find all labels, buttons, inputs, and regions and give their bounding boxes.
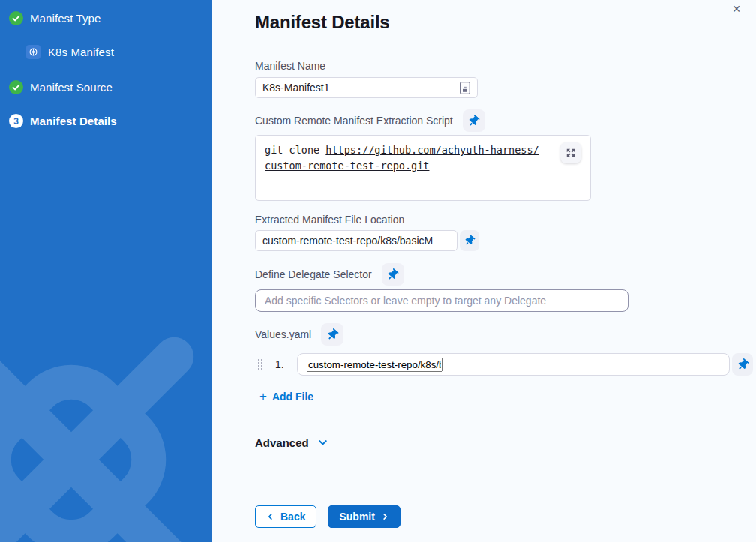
submit-button-label: Submit xyxy=(339,511,374,523)
chevron-right-icon xyxy=(381,512,389,521)
plus-icon: + xyxy=(260,391,267,402)
harness-logo-watermark xyxy=(0,336,195,542)
manifest-name-field xyxy=(255,77,478,98)
sidebar-step-manifest-type[interactable]: Manifest Type xyxy=(0,11,212,25)
pin-icon xyxy=(735,357,750,372)
manifest-name-label: Manifest Name xyxy=(255,60,756,72)
delegate-selector-input[interactable] xyxy=(255,289,628,312)
step-label: Manifest Type xyxy=(30,12,100,25)
runtime-input-pin-button[interactable] xyxy=(321,323,344,346)
runtime-input-pin-button[interactable] xyxy=(732,353,753,376)
advanced-section-toggle[interactable]: Advanced xyxy=(255,436,328,449)
script-line: git clone https://github.com/achyuth-har… xyxy=(265,142,581,158)
back-button[interactable]: Back xyxy=(255,505,316,528)
script-url-part: https://github.com/achyuth-harness/ xyxy=(326,144,538,156)
step-label: Manifest Source xyxy=(30,81,112,94)
values-file-path-input[interactable] xyxy=(307,358,442,372)
wizard-steps-sidebar: Manifest Type K8s Manifest xyxy=(0,0,212,542)
expand-icon[interactable] xyxy=(560,142,581,163)
values-yaml-label: Values.yaml xyxy=(255,328,311,340)
sidebar-substep-k8s-manifest[interactable]: K8s Manifest xyxy=(0,45,212,59)
manifest-wizard-dialog: Manifest Type K8s Manifest xyxy=(0,0,756,542)
script-line: custom-remote-test-repo.git xyxy=(265,158,581,174)
back-button-label: Back xyxy=(280,511,305,523)
extracted-location-label: Extracted Manifest File Location xyxy=(255,214,756,226)
pin-icon xyxy=(386,267,400,282)
submit-button[interactable]: Submit xyxy=(328,505,400,528)
advanced-label: Advanced xyxy=(255,436,309,449)
drag-handle-icon[interactable] xyxy=(258,359,262,370)
page-title: Manifest Details xyxy=(255,12,756,33)
row-index: 1. xyxy=(275,358,288,370)
add-file-button[interactable]: + Add File xyxy=(260,391,314,403)
extracted-location-field xyxy=(255,230,458,251)
pin-icon xyxy=(466,113,482,128)
kubernetes-icon xyxy=(26,45,40,59)
step-complete-check-icon xyxy=(9,80,23,94)
step-number-badge: 3 xyxy=(9,114,23,128)
sidebar-step-manifest-details[interactable]: 3 Manifest Details xyxy=(0,114,212,128)
manifest-name-input[interactable] xyxy=(262,82,460,94)
close-icon[interactable]: ✕ xyxy=(729,1,744,17)
values-file-path-field xyxy=(297,353,730,376)
extraction-script-label: Custom Remote Manifest Extraction Script xyxy=(255,115,453,127)
wizard-footer: Back Submit xyxy=(255,505,756,528)
runtime-input-pin-button[interactable] xyxy=(463,109,485,132)
values-yaml-row: 1. xyxy=(255,353,753,376)
runtime-input-pin-button[interactable] xyxy=(460,230,479,251)
pin-icon xyxy=(325,327,340,342)
runtime-input-pin-button[interactable] xyxy=(382,263,404,286)
pin-icon xyxy=(463,234,476,247)
sidebar-step-manifest-source[interactable]: Manifest Source xyxy=(0,80,212,94)
script-url-part: custom-remote-test-repo.git xyxy=(265,160,429,172)
extracted-location-input[interactable] xyxy=(262,235,450,247)
step-complete-check-icon xyxy=(9,11,23,25)
delegate-selector-label: Define Delegate Selector xyxy=(255,268,372,280)
manifest-details-panel: ✕ Manifest Details Manifest Name Custom … xyxy=(212,0,756,542)
step-label: Manifest Details xyxy=(30,115,117,127)
substep-label: K8s Manifest xyxy=(48,46,114,58)
add-file-label: Add File xyxy=(272,391,314,403)
chevron-down-icon xyxy=(317,437,328,448)
chevron-left-icon xyxy=(266,512,274,521)
fixed-value-type-icon[interactable] xyxy=(460,82,470,94)
extraction-script-editor[interactable]: git clone https://github.com/achyuth-har… xyxy=(255,135,591,201)
